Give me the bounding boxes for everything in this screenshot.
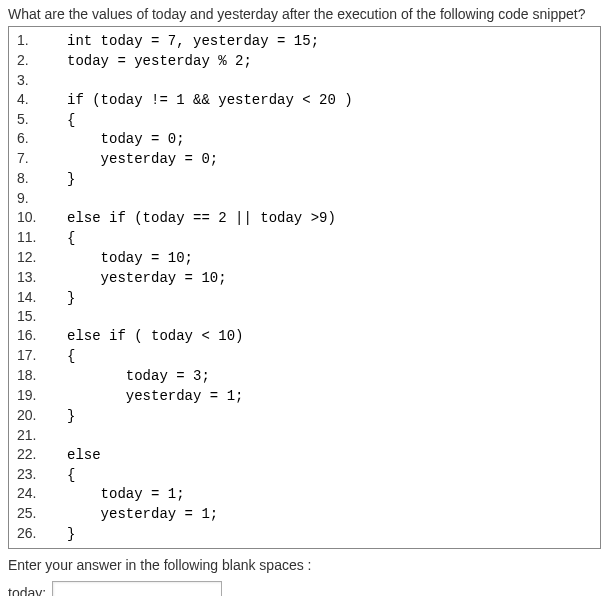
code-text: { bbox=[67, 111, 75, 130]
code-line: 16.else if ( today < 10) bbox=[17, 326, 592, 346]
today-label: today: bbox=[8, 585, 46, 596]
line-number: 21. bbox=[17, 426, 67, 445]
line-number: 7. bbox=[17, 149, 67, 168]
line-number: 10. bbox=[17, 208, 67, 227]
code-line: 1.int today = 7, yesterday = 15; bbox=[17, 31, 592, 51]
line-number: 19. bbox=[17, 386, 67, 405]
code-line: 26.} bbox=[17, 524, 592, 544]
today-answer-row: today: bbox=[8, 581, 601, 596]
code-text: else if (today == 2 || today >9) bbox=[67, 209, 336, 228]
code-line: 3. bbox=[17, 71, 592, 90]
code-line: 4.if (today != 1 && yesterday < 20 ) bbox=[17, 90, 592, 110]
code-text: today = 3; bbox=[67, 367, 210, 386]
line-number: 15. bbox=[17, 307, 67, 326]
code-text: today = 10; bbox=[67, 249, 193, 268]
line-number: 11. bbox=[17, 228, 67, 247]
code-line: 13. yesterday = 10; bbox=[17, 268, 592, 288]
line-number: 20. bbox=[17, 406, 67, 425]
code-text: } bbox=[67, 407, 75, 426]
code-text: } bbox=[67, 289, 75, 308]
line-number: 18. bbox=[17, 366, 67, 385]
code-line: 21. bbox=[17, 426, 592, 445]
code-line: 22.else bbox=[17, 445, 592, 465]
line-number: 1. bbox=[17, 31, 67, 50]
code-line: 10.else if (today == 2 || today >9) bbox=[17, 208, 592, 228]
line-number: 4. bbox=[17, 90, 67, 109]
code-line: 19. yesterday = 1; bbox=[17, 386, 592, 406]
question-text: What are the values of today and yesterd… bbox=[8, 6, 601, 22]
code-line: 20.} bbox=[17, 406, 592, 426]
code-line: 18. today = 3; bbox=[17, 366, 592, 386]
line-number: 17. bbox=[17, 346, 67, 365]
code-text: today = 1; bbox=[67, 485, 185, 504]
line-number: 12. bbox=[17, 248, 67, 267]
today-input[interactable] bbox=[52, 581, 222, 596]
code-text: if (today != 1 && yesterday < 20 ) bbox=[67, 91, 353, 110]
code-text: else bbox=[67, 446, 101, 465]
code-text: today = yesterday % 2; bbox=[67, 52, 252, 71]
code-text: yesterday = 1; bbox=[67, 387, 243, 406]
line-number: 23. bbox=[17, 465, 67, 484]
code-line: 2.today = yesterday % 2; bbox=[17, 51, 592, 71]
code-line: 6. today = 0; bbox=[17, 129, 592, 149]
line-number: 9. bbox=[17, 189, 67, 208]
code-text: { bbox=[67, 466, 75, 485]
code-text: yesterday = 0; bbox=[67, 150, 218, 169]
line-number: 5. bbox=[17, 110, 67, 129]
code-line: 11.{ bbox=[17, 228, 592, 248]
line-number: 16. bbox=[17, 326, 67, 345]
line-number: 22. bbox=[17, 445, 67, 464]
line-number: 26. bbox=[17, 524, 67, 543]
line-number: 3. bbox=[17, 71, 67, 90]
code-line: 25. yesterday = 1; bbox=[17, 504, 592, 524]
code-text: { bbox=[67, 347, 75, 366]
code-line: 12. today = 10; bbox=[17, 248, 592, 268]
code-text: today = 0; bbox=[67, 130, 185, 149]
line-number: 2. bbox=[17, 51, 67, 70]
code-line: 14.} bbox=[17, 288, 592, 308]
line-number: 8. bbox=[17, 169, 67, 188]
code-snippet-box: 1.int today = 7, yesterday = 15;2.today … bbox=[8, 26, 601, 549]
code-line: 7. yesterday = 0; bbox=[17, 149, 592, 169]
code-line: 24. today = 1; bbox=[17, 484, 592, 504]
code-line: 15. bbox=[17, 307, 592, 326]
answer-prompt: Enter your answer in the following blank… bbox=[8, 557, 601, 573]
code-text: yesterday = 1; bbox=[67, 505, 218, 524]
line-number: 25. bbox=[17, 504, 67, 523]
code-text: else if ( today < 10) bbox=[67, 327, 243, 346]
code-text: } bbox=[67, 170, 75, 189]
code-text: yesterday = 10; bbox=[67, 269, 227, 288]
line-number: 6. bbox=[17, 129, 67, 148]
code-text: } bbox=[67, 525, 75, 544]
line-number: 24. bbox=[17, 484, 67, 503]
code-line: 17.{ bbox=[17, 346, 592, 366]
code-line: 9. bbox=[17, 189, 592, 208]
code-line: 8.} bbox=[17, 169, 592, 189]
code-text: { bbox=[67, 229, 75, 248]
code-line: 5.{ bbox=[17, 110, 592, 130]
line-number: 14. bbox=[17, 288, 67, 307]
code-line: 23.{ bbox=[17, 465, 592, 485]
code-text: int today = 7, yesterday = 15; bbox=[67, 32, 319, 51]
line-number: 13. bbox=[17, 268, 67, 287]
